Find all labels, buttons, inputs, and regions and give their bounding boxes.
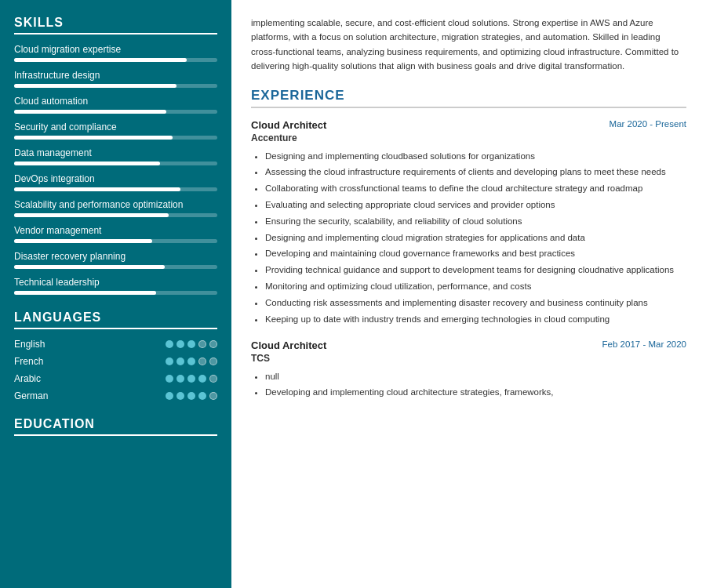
dot-filled [176, 358, 184, 365]
languages-section-title: LANGUAGES [14, 310, 217, 329]
resume-container: SKILLS Cloud migration expertise Infrast… [0, 0, 706, 588]
job-date: Feb 2017 - Mar 2020 [602, 339, 686, 349]
skill-item: Scalability and performance optimization [14, 199, 217, 217]
skill-label: Technical leadership [14, 277, 217, 288]
dot-filled [166, 358, 173, 365]
skill-bar-bg [14, 239, 217, 243]
job-company: TCS [251, 353, 686, 364]
skill-label: DevOps integration [14, 173, 217, 184]
bullet-item: Designing and implementing cloud migrati… [265, 231, 686, 245]
job-company: Accenture [251, 132, 686, 143]
language-dots [166, 392, 217, 400]
language-item: German [14, 390, 217, 401]
job-header: Cloud Architect Feb 2017 - Mar 2020 [251, 339, 686, 351]
dot-filled [187, 392, 195, 400]
skill-label: Disaster recovery planning [14, 251, 217, 262]
job-bullets: Designing and implementing cloudbased so… [251, 150, 686, 327]
skill-bar-bg [14, 291, 217, 295]
skill-label: Cloud automation [14, 96, 217, 107]
skill-label: Scalability and performance optimization [14, 199, 217, 210]
dot-filled [166, 340, 173, 348]
language-name: French [14, 356, 69, 367]
skill-bar-fill [14, 110, 166, 114]
skill-item: Technical leadership [14, 277, 217, 295]
dot-filled [176, 375, 184, 383]
job-entry: Cloud Architect Feb 2017 - Mar 2020 TCS … [251, 339, 686, 401]
skills-list: Cloud migration expertise Infrastructure… [14, 44, 217, 295]
bullet-item: Conducting risk assessments and implemen… [265, 296, 686, 310]
bullet-item: Designing and implementing cloudbased so… [265, 150, 686, 164]
skill-bar-bg [14, 265, 217, 269]
language-dots [166, 340, 217, 348]
dot-empty [209, 375, 217, 383]
dot-empty [209, 340, 217, 348]
languages-section: LANGUAGES English French Arabic German [14, 310, 217, 401]
dot-empty [209, 358, 217, 365]
skill-item: Disaster recovery planning [14, 251, 217, 269]
skill-bar-fill [14, 265, 165, 269]
skill-bar-fill [14, 58, 187, 62]
dot-empty [198, 340, 206, 348]
dot-filled [166, 375, 173, 383]
dot-empty [209, 392, 217, 400]
bullet-item: null [265, 370, 686, 384]
skill-item: Data management [14, 147, 217, 165]
language-name: English [14, 339, 69, 350]
bullet-item: Ensuring the security, scalability, and … [265, 215, 686, 229]
job-title: Cloud Architect [251, 339, 326, 351]
bullet-item: Collaborating with crossfunctional teams… [265, 182, 686, 196]
job-bullets: nullDeveloping and implementing cloud ar… [251, 370, 686, 401]
language-name: German [14, 390, 69, 401]
skill-item: Infrastructure design [14, 70, 217, 88]
bullet-item: Assessing the cloud infrastructure requi… [265, 165, 686, 180]
language-name: Arabic [14, 373, 69, 384]
bullet-item: Developing and maintaining cloud governa… [265, 247, 686, 261]
skill-bar-fill [14, 136, 173, 140]
skill-bar-bg [14, 162, 217, 165]
skill-bar-bg [14, 84, 217, 88]
skill-label: Data management [14, 147, 217, 158]
skill-label: Cloud migration expertise [14, 44, 217, 55]
dot-filled [176, 392, 184, 400]
skill-bar-bg [14, 213, 217, 217]
job-header: Cloud Architect Mar 2020 - Present [251, 119, 686, 131]
skill-bar-bg [14, 136, 217, 140]
skill-bar-fill [14, 162, 160, 165]
skill-item: Vendor management [14, 225, 217, 243]
skill-label: Vendor management [14, 225, 217, 236]
skill-label: Infrastructure design [14, 70, 217, 81]
skill-bar-bg [14, 187, 217, 191]
skill-bar-fill [14, 291, 156, 295]
summary-text: implementing scalable, secure, and cost-… [251, 16, 686, 74]
skill-item: DevOps integration [14, 173, 217, 191]
sidebar: SKILLS Cloud migration expertise Infrast… [0, 0, 231, 588]
bullet-item: Keeping up to date with industry trends … [265, 313, 686, 327]
dot-filled [198, 375, 206, 383]
bullet-item: Developing and implementing cloud archit… [265, 386, 686, 400]
skill-item: Security and compliance [14, 122, 217, 140]
bullet-item: Evaluating and selecting appropriate clo… [265, 198, 686, 212]
dot-filled [187, 340, 195, 348]
main-content: implementing scalable, secure, and cost-… [231, 0, 706, 588]
skill-label: Security and compliance [14, 122, 217, 132]
languages-list: English French Arabic German [14, 339, 217, 401]
language-item: French [14, 356, 217, 367]
dot-empty [198, 358, 206, 365]
jobs-list: Cloud Architect Mar 2020 - Present Accen… [251, 119, 686, 401]
dot-filled [198, 392, 206, 400]
skill-item: Cloud automation [14, 96, 217, 114]
language-dots [166, 358, 217, 365]
skill-bar-bg [14, 58, 217, 62]
language-item: Arabic [14, 373, 217, 384]
bullet-item: Providing technical guidance and support… [265, 263, 686, 278]
dot-filled [187, 358, 195, 365]
job-entry: Cloud Architect Mar 2020 - Present Accen… [251, 119, 686, 327]
skills-section-title: SKILLS [14, 16, 217, 34]
skill-bar-bg [14, 110, 217, 114]
job-title: Cloud Architect [251, 119, 326, 131]
language-dots [166, 375, 217, 383]
education-section-title: EDUCATION [14, 417, 217, 436]
dot-filled [166, 392, 173, 400]
language-item: English [14, 339, 217, 350]
skill-bar-fill [14, 84, 176, 88]
